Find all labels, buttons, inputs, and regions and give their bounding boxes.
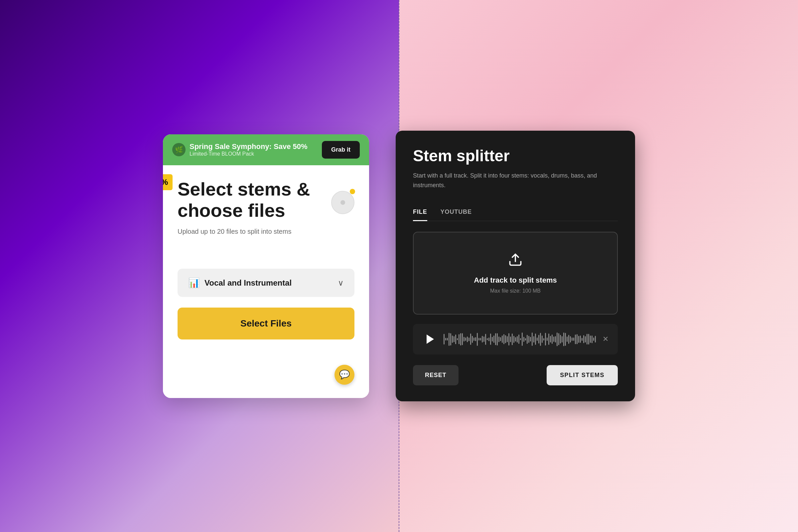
waveform-bar (455, 335, 456, 344)
promo-logo: 🌿 Spring Sale Symphony: Save 50% Limited… (172, 142, 307, 157)
waveform-bar (478, 338, 479, 341)
waveform-bar (562, 336, 563, 342)
waveform-bar (515, 337, 516, 341)
waveform-bars (443, 331, 596, 347)
select-files-button[interactable]: Select Files (177, 307, 355, 340)
waveform-bar (537, 338, 538, 341)
upload-zone[interactable]: Add track to split stems Max file size: … (413, 232, 618, 315)
vinyl-icon (331, 191, 355, 214)
waveform-bar (573, 338, 574, 341)
upload-icon (508, 252, 523, 270)
leaf-icon: 🌿 (172, 143, 186, 156)
play-button[interactable] (422, 332, 437, 346)
waveform-bar (497, 333, 498, 345)
waveform-bar (450, 333, 451, 345)
waveform-bar (457, 338, 458, 340)
waveform-bar (548, 334, 549, 345)
waveform-bar (483, 337, 484, 342)
waveform-bar (553, 337, 554, 342)
waveform-bar (543, 338, 544, 341)
vinyl-circle (331, 191, 355, 214)
waveform-bar (575, 335, 576, 344)
waveform-bar (502, 336, 503, 343)
waveform-bar (508, 333, 509, 345)
waveform-bar (572, 338, 573, 341)
waveform-bar (495, 333, 496, 345)
waveform-bar (522, 332, 523, 346)
waveform-bar (552, 335, 553, 344)
waveform-bar (475, 337, 476, 341)
waveform-bar (460, 333, 461, 345)
waveform-bar (520, 338, 521, 340)
waveform-bar (570, 336, 571, 342)
waveform-player: ✕ (413, 324, 618, 355)
tabs-row: FILE YOUTUBE (413, 203, 618, 221)
stem-selector[interactable]: 📊 Vocal and Instrumental ∨ (177, 269, 355, 297)
actions-row: RESET SPLIT STEMS (413, 365, 618, 385)
waveform-bar (590, 336, 591, 343)
vinyl-dot (341, 200, 345, 205)
waveform-bar (582, 338, 583, 341)
waveform-bar (490, 334, 491, 345)
chat-button[interactable]: 💬 (335, 365, 355, 385)
waveform-bar (505, 335, 506, 343)
vinyl-badge (350, 189, 355, 194)
waveform-bar (500, 337, 501, 341)
reset-button[interactable]: RESET (413, 365, 458, 385)
waveform-bar (482, 336, 483, 342)
waveform-bar (513, 336, 514, 343)
waveform-bar (477, 333, 478, 346)
waveform-bar (470, 334, 471, 345)
waveform-bar (445, 338, 446, 341)
upload-title: Add track to split stems (474, 276, 557, 285)
content-wrapper: % 🌿 Spring Sale Symphony: Save 50% Limit… (0, 0, 798, 532)
waveform-bar (535, 334, 536, 345)
split-stems-button[interactable]: SPLIT STEMS (547, 365, 618, 385)
waveform-bar (540, 333, 541, 346)
grab-button[interactable]: Grab it (322, 141, 360, 158)
tab-youtube[interactable]: YOUTUBE (440, 203, 472, 221)
tab-file[interactable]: FILE (413, 203, 427, 221)
waveform-bar (587, 334, 588, 344)
waveform-bar (472, 336, 473, 343)
promo-banner: 🌿 Spring Sale Symphony: Save 50% Limited… (163, 134, 369, 165)
waveform-bar (550, 336, 551, 342)
close-icon[interactable]: ✕ (603, 335, 608, 343)
waveform-bar (487, 338, 488, 340)
waveform-bar (492, 337, 493, 341)
chevron-down-icon: ∨ (338, 278, 344, 288)
page-title: Select stems & choose files (177, 178, 355, 222)
waveform-bar (585, 336, 586, 342)
chat-icon: 💬 (339, 369, 350, 380)
waveform-bar (525, 338, 526, 341)
waveform-bar (524, 337, 524, 342)
waveform-bar (458, 334, 459, 344)
waveform-bar (532, 332, 533, 346)
waveform-bar (545, 333, 546, 345)
waveform-bar (507, 336, 508, 342)
left-body: Select stems & choose files Upload up to… (163, 165, 369, 398)
splitter-title: Stem splitter (413, 147, 618, 165)
waveform-bar (580, 336, 581, 343)
waveform-bar (498, 337, 499, 342)
waveform-bar (542, 336, 543, 343)
upload-subtitle: Max file size: 100 MB (490, 288, 540, 294)
waveform-bar (452, 336, 453, 343)
stem-label: Vocal and Instrumental (205, 278, 291, 288)
percent-badge: % (163, 174, 173, 190)
right-panel: Stem splitter Start with a full track. S… (396, 131, 635, 402)
waveform-bar (489, 338, 490, 341)
waveform-bar (493, 336, 494, 343)
waveform-bar (560, 335, 561, 343)
waveform-bar (558, 333, 559, 345)
waveform-bar (454, 336, 455, 342)
waveform-bar (517, 336, 518, 342)
waveform-bar (449, 333, 450, 346)
waveform-bar (462, 333, 463, 345)
stem-label-group: 📊 Vocal and Instrumental (188, 277, 291, 288)
waveform-bar (568, 335, 569, 344)
waveform-bar (447, 338, 448, 341)
waveform-bar (512, 334, 513, 345)
promo-subtitle: Limited-Time BLOOM Pack (190, 151, 307, 157)
waveform-bar (530, 337, 531, 341)
